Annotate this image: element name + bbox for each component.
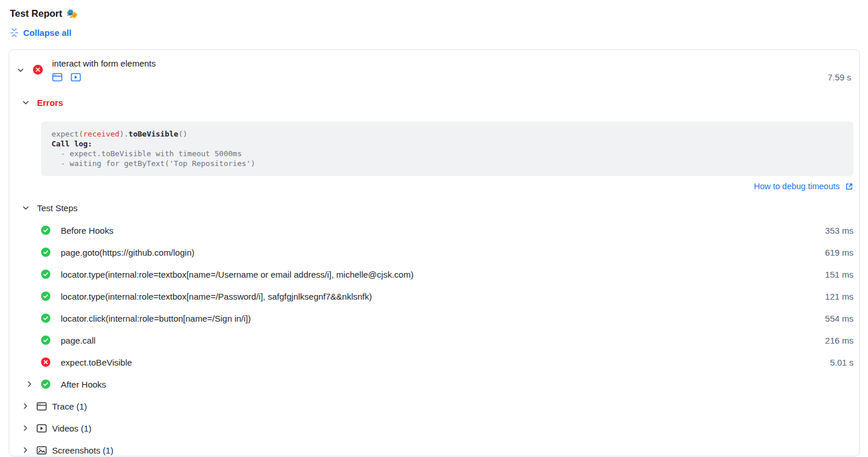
step-row-type-password[interactable]: locator.type(internal:role=textbox[name=… xyxy=(9,285,859,307)
chevron-right-icon[interactable] xyxy=(21,402,30,410)
errors-heading: Errors xyxy=(37,98,63,108)
error-message-block: expect(received).toBeVisible() Call log:… xyxy=(41,121,854,176)
step-label: expect.toBeVisible xyxy=(61,358,830,367)
step-duration: 554 ms xyxy=(825,314,854,323)
video-icon[interactable] xyxy=(71,72,81,82)
image-icon xyxy=(36,445,47,455)
chevron-down-icon[interactable] xyxy=(21,99,30,107)
step-passed-icon xyxy=(41,270,50,279)
code-log-line: - expect.toBeVisible with timeout 5000ms xyxy=(52,149,242,158)
test-failed-icon xyxy=(33,65,43,77)
code-text: () xyxy=(178,130,187,138)
test-steps-section-header[interactable]: Test Steps xyxy=(9,203,859,213)
step-row-before-hooks[interactable]: Before Hooks 353 ms xyxy=(9,219,859,241)
step-passed-icon xyxy=(41,226,50,235)
screenshots-section-row[interactable]: Screenshots (1) xyxy=(9,439,859,456)
step-passed-icon xyxy=(41,379,50,389)
code-text: ). xyxy=(119,130,128,138)
test-header[interactable]: interact with form elements xyxy=(9,50,859,82)
code-text: expect( xyxy=(52,130,83,138)
trace-section-row[interactable]: Trace (1) xyxy=(9,395,859,417)
trace-window-icon xyxy=(36,401,47,411)
page-title-text: Test Report xyxy=(10,8,62,19)
videos-section-row[interactable]: Videos (1) xyxy=(9,417,859,439)
step-passed-icon xyxy=(41,292,50,301)
code-call-log: Call log: xyxy=(52,139,92,148)
step-label: After Hooks xyxy=(61,379,854,389)
chevron-right-icon[interactable] xyxy=(21,446,30,454)
collapse-all-icon xyxy=(10,28,19,38)
debug-timeouts-link[interactable]: How to debug timeouts xyxy=(754,182,840,191)
test-report-page: Test Report 🎭 Collapse all interact wit xyxy=(0,8,868,456)
chevron-down-icon[interactable] xyxy=(21,204,30,212)
step-row-after-hooks[interactable]: After Hooks xyxy=(9,373,859,395)
videos-label: Videos (1) xyxy=(52,423,91,433)
collapse-all-label: Collapse all xyxy=(23,28,71,38)
code-received: received xyxy=(83,130,120,138)
trace-label: Trace (1) xyxy=(52,401,87,411)
step-label: locator.click(internal:role=button[name=… xyxy=(61,314,825,323)
page-title: Test Report 🎭 xyxy=(10,8,860,19)
step-duration: 619 ms xyxy=(825,248,854,257)
step-row-page-goto[interactable]: page.goto(https://github.com/login) 619 … xyxy=(9,241,859,263)
step-label: Before Hooks xyxy=(61,226,825,235)
test-result-card: interact with form elements xyxy=(9,49,860,456)
test-steps-list: Before Hooks 353 ms page.goto(https://gi… xyxy=(9,219,859,395)
step-row-click-sign-in[interactable]: locator.click(internal:role=button[name=… xyxy=(9,307,859,329)
theater-masks-emoji: 🎭 xyxy=(66,8,78,19)
collapse-all-button[interactable]: Collapse all xyxy=(10,28,71,38)
screenshots-label: Screenshots (1) xyxy=(52,445,113,455)
step-passed-icon xyxy=(41,248,50,257)
step-label: locator.type(internal:role=textbox[name=… xyxy=(61,270,825,279)
step-duration: 216 ms xyxy=(825,336,854,345)
step-passed-icon xyxy=(41,336,50,345)
video-play-icon xyxy=(36,423,47,433)
trace-icon[interactable] xyxy=(52,72,62,82)
step-label: locator.type(internal:role=textbox[name=… xyxy=(61,292,825,301)
test-steps-heading: Test Steps xyxy=(37,203,78,213)
step-duration: 121 ms xyxy=(825,292,854,301)
test-name: interact with form elements xyxy=(52,58,827,69)
step-row-page-call[interactable]: page.call 216 ms xyxy=(9,329,859,351)
chevron-right-icon[interactable] xyxy=(21,424,30,432)
chevron-down-icon[interactable] xyxy=(16,66,24,74)
step-failed-icon xyxy=(41,358,50,367)
code-log-line: - waiting for getByText('Top Repositorie… xyxy=(52,159,255,168)
attachments-list: Trace (1) Videos (1) xyxy=(9,395,859,456)
step-row-expect-tobevisible[interactable]: expect.toBeVisible 5.01 s xyxy=(9,351,859,373)
errors-section-header[interactable]: Errors xyxy=(9,98,859,108)
test-duration: 7.59 s xyxy=(827,72,852,82)
step-row-type-username[interactable]: locator.type(internal:role=textbox[name=… xyxy=(9,263,859,285)
chevron-right-icon[interactable] xyxy=(25,380,34,388)
step-label: page.call xyxy=(61,336,825,345)
code-method: toBeVisible xyxy=(128,130,178,138)
step-passed-icon xyxy=(41,314,50,323)
step-duration: 353 ms xyxy=(825,226,854,235)
debug-link-row: How to debug timeouts xyxy=(9,182,854,191)
step-duration: 5.01 s xyxy=(830,358,854,367)
external-link-icon[interactable] xyxy=(845,182,854,191)
step-duration: 151 ms xyxy=(825,270,854,279)
step-label: page.goto(https://github.com/login) xyxy=(61,248,825,257)
